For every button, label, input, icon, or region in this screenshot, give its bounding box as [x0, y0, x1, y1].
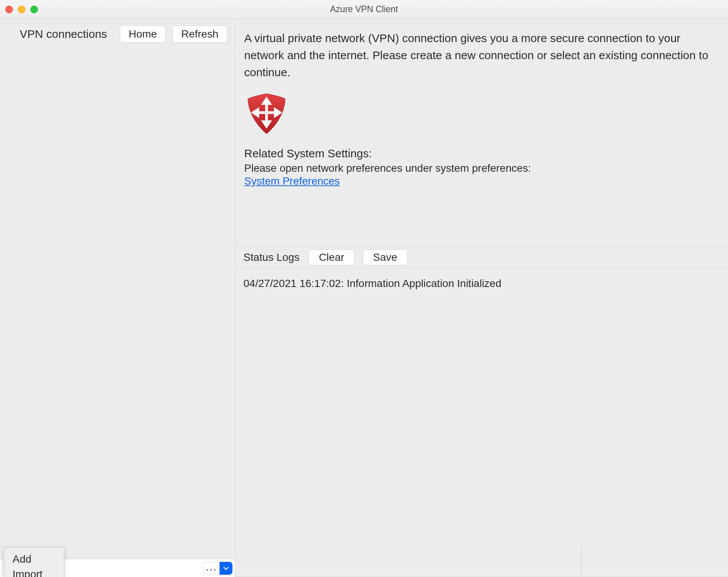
log-line: 04/27/2021 16:17:02: Information Applica…	[243, 278, 720, 290]
background-separator	[581, 545, 582, 575]
vpn-shield-icon	[246, 92, 719, 138]
related-settings-heading: Related System Settings:	[244, 147, 719, 160]
app-window: Azure VPN Client VPN connections Home Re…	[0, 0, 728, 577]
zoom-window-button[interactable]	[30, 6, 38, 13]
sidebar-title: VPN connections	[8, 28, 107, 41]
titlebar: Azure VPN Client	[0, 0, 728, 19]
system-preferences-link[interactable]: System Preferences	[244, 175, 340, 187]
main-panel: A virtual private network (VPN) connecti…	[235, 19, 728, 577]
refresh-button[interactable]: Refresh	[173, 25, 227, 43]
intro-text: A virtual private network (VPN) connecti…	[244, 30, 719, 81]
clear-logs-button[interactable]: Clear	[309, 249, 355, 265]
sidebar: VPN connections Home Refresh + ...	[0, 19, 235, 577]
more-button[interactable]: ...	[203, 562, 220, 575]
save-logs-button[interactable]: Save	[363, 249, 408, 265]
minimize-window-button[interactable]	[18, 6, 25, 13]
more-dropdown-toggle[interactable]	[220, 562, 232, 575]
add-menu-popup: Add Import	[4, 547, 64, 577]
chevron-down-icon	[223, 566, 229, 570]
menu-item-import[interactable]: Import	[4, 567, 64, 577]
status-logs-label: Status Logs	[243, 251, 300, 263]
main-body: A virtual private network (VPN) connecti…	[235, 19, 728, 246]
client-area: VPN connections Home Refresh + ...	[0, 19, 728, 577]
sidebar-connections-list	[0, 49, 235, 559]
traffic-lights	[5, 6, 38, 13]
status-toolbar: Status Logs Clear Save	[235, 246, 728, 268]
status-log-output: 04/27/2021 16:17:02: Information Applica…	[235, 268, 728, 577]
home-button[interactable]: Home	[120, 25, 166, 43]
related-settings-subtext: Please open network preferences under sy…	[244, 162, 719, 174]
sidebar-header: VPN connections Home Refresh	[0, 19, 235, 49]
close-window-button[interactable]	[5, 6, 13, 13]
menu-item-add[interactable]: Add	[4, 552, 64, 567]
window-title: Azure VPN Client	[330, 4, 398, 14]
more-split-button: ...	[203, 562, 232, 575]
